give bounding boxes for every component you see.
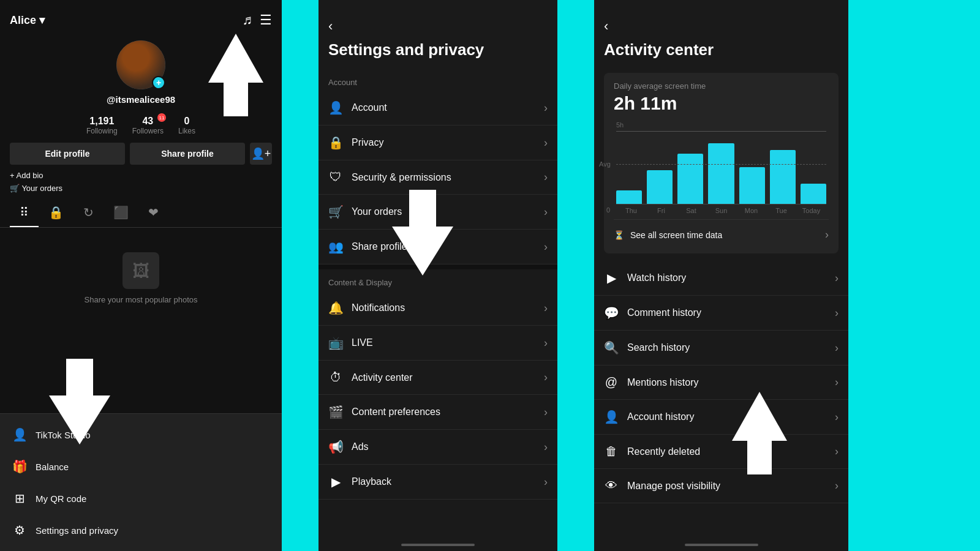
chart-x-label-fri: Fri	[646, 207, 676, 214]
arrow-up-shape-right	[732, 392, 787, 441]
arrow-down-overlay-left	[49, 395, 110, 444]
search-history-icon: 🔍	[604, 340, 619, 355]
menu-icon[interactable]: ☰	[260, 12, 272, 28]
tab-repost[interactable]: ↻	[74, 199, 104, 227]
menu-item-balance[interactable]: 🎁 Balance	[0, 451, 282, 482]
music-icon[interactable]: ♬	[243, 12, 253, 28]
ads-chevron: ›	[544, 441, 548, 454]
middle-title-area: Settings and privacy	[318, 40, 557, 69]
activity-item-visibility[interactable]: 👁 Manage post visibility ›	[594, 469, 848, 503]
ads-label: Ads	[352, 441, 369, 452]
daily-label: Daily average screen time	[614, 81, 829, 91]
tab-bar: ⠿ 🔒 ↻ ⬛ ❤	[0, 199, 282, 228]
chart-bar-fri	[647, 170, 673, 204]
middle-panel: ‹ Settings and privacy Account 👤 Account…	[318, 0, 557, 551]
activity-item-search[interactable]: 🔍 Search history ›	[594, 331, 848, 365]
activity-item-account[interactable]: 👤 Account history ›	[594, 400, 848, 435]
activity-item-search-left: 🔍 Search history	[604, 340, 690, 355]
screen-time-chevron: ›	[825, 228, 829, 241]
activity-list: ▶ Watch history › 💬 Comment history › 🔍 …	[594, 261, 848, 503]
chart-bar-tue	[770, 150, 796, 204]
notifications-label: Notifications	[352, 302, 405, 313]
back-button-middle[interactable]: ‹	[328, 18, 333, 34]
settings-item-live[interactable]: 📺 LIVE ›	[318, 326, 557, 361]
add-person-button[interactable]: 👤+	[250, 143, 272, 165]
live-chevron: ›	[544, 337, 548, 350]
gap-right	[570, 0, 594, 551]
back-button-right[interactable]: ‹	[604, 18, 608, 34]
chart-bar-sun	[708, 143, 734, 204]
mentions-history-chevron: ›	[835, 376, 839, 389]
mentions-history-icon: @	[604, 375, 619, 389]
stat-likes[interactable]: 0 Likes	[178, 116, 195, 135]
account-history-label: Account history	[627, 411, 694, 422]
search-history-chevron: ›	[835, 342, 839, 354]
chart-x-label-sat: Sat	[676, 207, 706, 214]
share-profile-button[interactable]: Share profile	[130, 143, 245, 165]
comment-history-chevron: ›	[835, 307, 839, 320]
privacy-label: Privacy	[352, 137, 383, 148]
settings-item-ads-left: 📢 Ads	[328, 440, 369, 454]
settings-item-security[interactable]: 🛡 Security & permissions ›	[318, 160, 557, 195]
watch-history-icon: ▶	[604, 271, 619, 285]
settings-item-notifications[interactable]: 🔔 Notifications ›	[318, 291, 557, 326]
orders-link[interactable]: 🛒 Your orders	[0, 184, 282, 193]
watch-history-label: Watch history	[627, 272, 686, 283]
arrow-down-shape-middle	[392, 227, 453, 276]
settings-item-account[interactable]: 👤 Account ›	[318, 91, 557, 126]
mentions-history-label: Mentions history	[627, 377, 699, 388]
avatar-container: +	[116, 40, 165, 89]
settings-item-orders[interactable]: 🛒 Your orders ›	[318, 195, 557, 230]
orders-icon: 🛒	[328, 204, 343, 219]
bio-link[interactable]: + Add bio	[0, 171, 282, 180]
user-name-display[interactable]: Alice ▾	[10, 13, 45, 27]
account-history-chevron: ›	[835, 411, 839, 424]
settings-item-privacy[interactable]: 🔒 Privacy ›	[318, 126, 557, 160]
settings-item-playback[interactable]: ▶ Playback ›	[318, 465, 557, 500]
right-title-area: Activity center	[594, 40, 848, 66]
share-text: Share your most popular photos	[85, 295, 198, 304]
playback-icon: ▶	[328, 474, 343, 489]
tab-lock[interactable]: 🔒	[39, 199, 74, 227]
right-header: ‹	[594, 0, 848, 40]
activity-item-mentions-left: @ Mentions history	[604, 375, 699, 389]
photo-placeholder-icon: 🖼	[123, 252, 159, 289]
notifications-icon: 🔔	[328, 301, 343, 315]
tab-grid[interactable]: ⠿	[10, 199, 39, 227]
activity-item-mentions[interactable]: @ Mentions history ›	[594, 365, 848, 400]
settings-item-privacy-left: 🔒 Privacy	[328, 135, 383, 150]
stat-followers[interactable]: 43 11 Followers	[132, 116, 164, 135]
add-avatar-button[interactable]: +	[152, 76, 165, 89]
following-label: Following	[86, 127, 118, 135]
right-panel: ‹ Activity center Daily average screen t…	[594, 0, 848, 551]
orders-chevron: ›	[544, 206, 548, 219]
tab-bookmark[interactable]: ⬛	[104, 199, 138, 227]
activity-item-comment[interactable]: 💬 Comment history ›	[594, 296, 848, 331]
menu-item-tiktok-studio[interactable]: 👤 TikTok Studio	[0, 419, 282, 451]
settings-item-activity[interactable]: ⏱ Activity center ›	[318, 361, 557, 395]
balance-icon: 🎁	[12, 459, 27, 474]
screen-time-link[interactable]: ⏳ See all screen time data ›	[614, 219, 829, 245]
edit-profile-button[interactable]: Edit profile	[10, 143, 125, 165]
privacy-icon: 🔒	[328, 135, 343, 150]
settings-item-ads[interactable]: 📢 Ads ›	[318, 430, 557, 465]
chart-x-label-today: Today	[796, 207, 826, 214]
menu-item-settings[interactable]: ⚙ Settings and privacy	[0, 514, 282, 546]
playback-chevron: ›	[544, 476, 548, 489]
settings-item-content-prefs[interactable]: 🎬 Content preferences ›	[318, 395, 557, 430]
zero-label: 0	[606, 206, 610, 214]
notifications-chevron: ›	[544, 302, 548, 315]
activity-item-watch[interactable]: ▶ Watch history ›	[594, 261, 848, 296]
chart-area: Avg 0	[616, 131, 826, 204]
top-icons: ♬ ☰	[243, 12, 273, 28]
chart-x-label-thu: Thu	[616, 207, 646, 214]
activity-item-comment-left: 💬 Comment history	[604, 305, 701, 320]
settings-item-playback-left: ▶ Playback	[328, 474, 391, 489]
tab-heart[interactable]: ❤	[138, 199, 168, 227]
followers-count: 43	[142, 116, 153, 127]
activity-icon: ⏱	[328, 370, 343, 384]
activity-item-deleted[interactable]: 🗑 Recently deleted ›	[594, 435, 848, 469]
menu-item-qr[interactable]: ⊞ My QR code	[0, 482, 282, 514]
menu-label-balance: Balance	[36, 462, 69, 472]
stat-following[interactable]: 1,191 Following	[86, 116, 118, 135]
